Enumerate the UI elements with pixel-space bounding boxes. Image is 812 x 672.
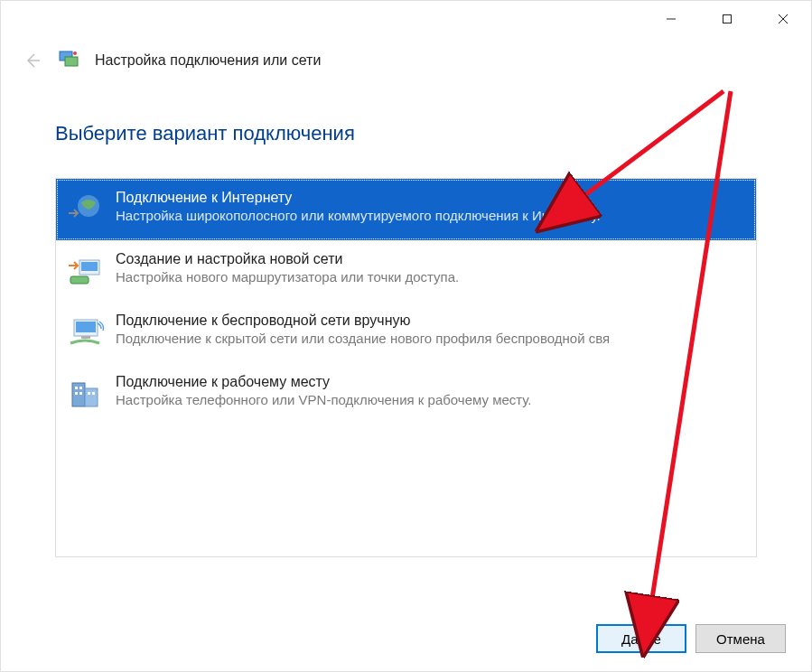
cancel-button[interactable]: Отмена bbox=[695, 624, 786, 653]
svg-rect-11 bbox=[70, 276, 89, 284]
svg-point-7 bbox=[73, 51, 77, 55]
back-arrow-icon bbox=[22, 51, 42, 70]
wizard-window: Настройка подключения или сети Выберите … bbox=[0, 0, 812, 672]
globe-network-icon bbox=[65, 190, 105, 229]
option-wireless-manual[interactable]: Подключение к беспроводной сети вручную … bbox=[56, 302, 756, 363]
option-desc: Настройка телефонного или VPN-подключени… bbox=[116, 392, 742, 407]
svg-rect-1 bbox=[723, 15, 732, 23]
titlebar bbox=[1, 1, 811, 44]
network-wizard-icon bbox=[57, 48, 82, 73]
option-text: Создание и настройка новой сети Настройк… bbox=[116, 251, 742, 285]
option-text: Подключение к Интернету Настройка широко… bbox=[116, 190, 742, 223]
option-desc: Настройка нового маршрутизатора или точк… bbox=[116, 269, 742, 285]
wizard-footer: Далее Отмена bbox=[596, 624, 786, 653]
connection-option-list: Подключение к Интернету Настройка широко… bbox=[55, 178, 757, 557]
svg-rect-10 bbox=[81, 262, 98, 271]
svg-rect-13 bbox=[76, 322, 96, 332]
svg-rect-16 bbox=[85, 388, 98, 406]
option-workplace[interactable]: Подключение к рабочему месту Настройка т… bbox=[56, 363, 756, 425]
svg-rect-18 bbox=[79, 387, 82, 389]
option-new-network[interactable]: Создание и настройка новой сети Настройк… bbox=[56, 240, 756, 302]
page-heading: Выберите вариант подключения bbox=[55, 122, 757, 145]
back-button[interactable] bbox=[19, 48, 44, 73]
minimize-icon bbox=[666, 14, 677, 24]
svg-rect-20 bbox=[79, 392, 82, 395]
option-desc: Подключение к скрытой сети или создание … bbox=[116, 331, 742, 346]
svg-rect-6 bbox=[65, 57, 78, 66]
wizard-content: Выберите вариант подключения Подключение… bbox=[1, 89, 811, 557]
next-button[interactable]: Далее bbox=[596, 624, 686, 653]
wizard-header: Настройка подключения или сети bbox=[1, 44, 811, 89]
wireless-monitor-icon bbox=[65, 313, 105, 352]
option-title: Создание и настройка новой сети bbox=[116, 251, 742, 267]
close-icon bbox=[777, 13, 789, 25]
svg-rect-17 bbox=[75, 387, 78, 389]
workplace-building-icon bbox=[65, 374, 105, 414]
svg-rect-15 bbox=[72, 383, 85, 406]
svg-rect-19 bbox=[75, 392, 78, 395]
maximize-icon bbox=[722, 14, 733, 24]
router-setup-icon bbox=[65, 251, 105, 291]
svg-rect-22 bbox=[92, 392, 95, 395]
option-title: Подключение к беспроводной сети вручную bbox=[116, 313, 742, 329]
wizard-title: Настройка подключения или сети bbox=[95, 52, 321, 69]
close-button[interactable] bbox=[755, 3, 811, 35]
minimize-button[interactable] bbox=[643, 3, 699, 35]
svg-rect-21 bbox=[88, 392, 90, 395]
option-desc: Настройка широкополосного или коммутируе… bbox=[116, 208, 742, 223]
option-title: Подключение к Интернету bbox=[116, 190, 742, 206]
maximize-button[interactable] bbox=[699, 3, 755, 35]
svg-rect-14 bbox=[81, 336, 90, 339]
option-text: Подключение к беспроводной сети вручную … bbox=[116, 313, 742, 346]
option-text: Подключение к рабочему месту Настройка т… bbox=[116, 374, 742, 407]
option-title: Подключение к рабочему месту bbox=[116, 374, 742, 390]
option-internet-connection[interactable]: Подключение к Интернету Настройка широко… bbox=[56, 179, 756, 240]
